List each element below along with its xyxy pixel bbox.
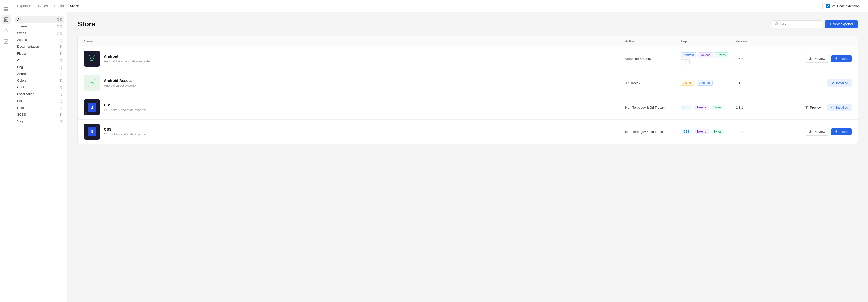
sidebar-item-assets[interactable]: Assets (8) (15, 36, 64, 43)
col-header-actions (781, 39, 851, 43)
eye-icon (809, 130, 812, 133)
tag-assets: Assets (681, 80, 695, 86)
sidebar-item-radii[interactable]: Radii (2) (15, 104, 64, 111)
sidebar-label-all: All (17, 18, 21, 21)
actions-cell: Preview Install (781, 128, 851, 136)
svg-point-18 (810, 58, 811, 59)
vscode-extension-button[interactable]: VS Code extension (823, 2, 863, 10)
sidebar-label-android: Android (17, 72, 28, 76)
sidebar-count-ios: (3) (58, 59, 62, 62)
tab-exporters[interactable]: Exporters (17, 3, 32, 9)
table-row: ✕ 3 ▷ CSS CSS token and style exporter I… (78, 120, 858, 144)
sidebar-item-all[interactable]: All (25) (15, 16, 64, 23)
tab-builds[interactable]: Builds (38, 3, 48, 9)
install-button[interactable]: Install (831, 128, 851, 135)
exporter-thumbnail-css2: ✕ 3 ▷ (84, 124, 100, 140)
sidebar-item-colors[interactable]: Colors (2) (15, 77, 64, 84)
exporter-name: Android (104, 54, 151, 58)
table-header: Name Author Tags Version (78, 36, 858, 46)
sidebar-item-css[interactable]: CSS (2) (15, 84, 64, 91)
tags-cell: CSS Tokens Styles (681, 129, 736, 134)
tag-css: CSS (681, 129, 692, 134)
check-icon (831, 81, 835, 85)
nav-icon-document[interactable] (1, 15, 10, 24)
vscode-icon (826, 4, 830, 8)
sidebar-count-assets: (8) (58, 38, 62, 42)
sidebar-label-colors: Colors (17, 79, 27, 82)
sidebar-label-tokens: Tokens (17, 24, 27, 28)
download-icon (835, 130, 838, 133)
tag-android: Android (697, 80, 713, 86)
nav-icon-code[interactable] (1, 26, 10, 35)
sidebar-item-flutter[interactable]: Flutter (3) (15, 50, 64, 57)
tag-android: Android (681, 52, 696, 58)
install-label: Install (840, 130, 848, 134)
installed-label: Installed (836, 81, 848, 85)
filter-input-wrap (772, 20, 822, 28)
main-content: Store + New exporter (67, 12, 868, 302)
sidebar-count-tokens: (12) (57, 25, 62, 28)
installed-button[interactable]: Installed (828, 104, 851, 111)
sidebar-label-scss: SCSS (17, 112, 26, 116)
new-exporter-label: + New exporter (830, 22, 854, 26)
sidebar-label-localization: Localization (17, 92, 34, 96)
installed-label: Installed (836, 105, 848, 109)
corner-close-icon: ✕ (96, 125, 98, 128)
preview-button[interactable]: Preview (805, 55, 829, 63)
actions-cell: Preview Installed (781, 103, 851, 111)
nav-icon-grid[interactable] (1, 4, 10, 13)
col-header-version: Version (736, 39, 781, 43)
exporter-name: CSS (104, 103, 147, 107)
exporter-cell: Android Assets Android asset exporter (84, 75, 625, 91)
svg-line-15 (89, 55, 90, 56)
author-cell: Jiri Trecak (625, 81, 681, 85)
svg-rect-12 (90, 60, 93, 61)
svg-line-11 (777, 24, 778, 25)
sidebar-item-tokens[interactable]: Tokens (12) (15, 23, 64, 30)
check-icon (831, 105, 835, 109)
exporter-name: CSS (104, 127, 147, 131)
sidebar-item-ios[interactable]: iOS (3) (15, 57, 64, 64)
exporter-cell: ✕ 3 ▷ CSS CSS token and style exporter (84, 99, 625, 115)
sidebar-count-styles: (11) (57, 31, 62, 35)
table-row: ✕ ▷ (78, 46, 858, 71)
sidebar-item-styles[interactable]: Styles (11) (15, 30, 64, 36)
preview-button[interactable]: Preview (805, 128, 829, 136)
col-header-name: Name (84, 39, 625, 43)
filter-input[interactable] (780, 22, 819, 26)
sidebar-item-documentation[interactable]: Documentation (3) (15, 43, 64, 50)
svg-rect-1 (6, 6, 8, 8)
tab-hooks[interactable]: Hooks (54, 3, 64, 9)
version-cell: 1.5.2 (736, 57, 781, 61)
exporter-info: Android Assets Android asset exporter (104, 78, 137, 88)
corner-close-icon: ✕ (96, 100, 98, 103)
sidebar-count-documentation: (3) (58, 45, 62, 48)
nav-icon-check[interactable] (1, 37, 10, 46)
sidebar-count-localization: (2) (58, 93, 62, 96)
svg-line-16 (94, 55, 94, 56)
sidebar-item-scss[interactable]: SCSS (2) (15, 111, 64, 118)
sidebar-item-pdf[interactable]: Pdf (2) (15, 98, 64, 104)
svg-point-14 (93, 57, 93, 58)
sidebar-count-all: (25) (57, 18, 62, 21)
sidebar-item-android[interactable]: Android (2) (15, 70, 64, 77)
install-button[interactable]: Install (831, 55, 851, 62)
sidebar-item-png[interactable]: Png (3) (15, 64, 64, 70)
icon-bar (0, 0, 12, 302)
sidebar-count-android: (2) (58, 72, 62, 76)
sidebar-label-ios: iOS (17, 58, 23, 62)
new-exporter-button[interactable]: + New exporter (825, 20, 858, 28)
preview-button[interactable]: Preview (801, 103, 825, 111)
eye-icon (805, 105, 808, 109)
sidebar-count-svg: (2) (58, 120, 62, 123)
tag-styles: Styles (711, 104, 724, 110)
tab-store[interactable]: Store (70, 3, 79, 9)
download-icon (835, 57, 838, 60)
sidebar-label-styles: Styles (17, 31, 26, 35)
vscode-button-label: VS Code extension (832, 4, 860, 8)
installed-button[interactable]: Installed (828, 79, 851, 87)
sidebar-item-localization[interactable]: Localization (2) (15, 91, 64, 98)
sidebar-item-svg[interactable]: Svg (2) (15, 118, 64, 125)
sidebar-count-png: (3) (58, 65, 62, 69)
tag-plus: +1 (681, 59, 690, 65)
